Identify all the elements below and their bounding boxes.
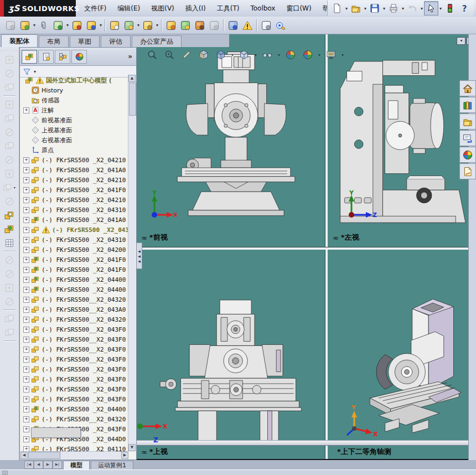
performance-traffic-light-icon[interactable] bbox=[443, 1, 457, 16]
tree-vertical-scrollbar[interactable]: ▲ ▼ bbox=[128, 75, 136, 451]
expand-toggle-icon[interactable]: + bbox=[23, 327, 29, 333]
tree-component-item[interactable]: +(-) FKrSRS500__X2_043F0 bbox=[22, 354, 128, 364]
insert-above-icon[interactable] bbox=[2, 267, 17, 281]
expand-toggle-icon[interactable]: + bbox=[23, 157, 29, 163]
menu-item-6[interactable]: 窗口(W) bbox=[281, 2, 317, 16]
manager-more-chevron[interactable]: » bbox=[128, 53, 134, 60]
expand-toggle-icon[interactable]: + bbox=[23, 107, 29, 113]
surface-leaf-2-icon[interactable] bbox=[2, 326, 17, 339]
tree-component-item[interactable]: +(-) FKrSRS500 _X2_04210 bbox=[22, 195, 128, 205]
interference-detection-icon[interactable] bbox=[207, 18, 221, 33]
tree-component-item[interactable]: +(-) FKrSRS500 _X2_04200 bbox=[22, 245, 128, 255]
view-orientation-icon[interactable] bbox=[213, 48, 229, 62]
change-transparency-icon[interactable] bbox=[2, 66, 17, 80]
expand-toggle-icon[interactable]: + bbox=[23, 277, 29, 283]
expand-toggle-icon[interactable]: + bbox=[23, 416, 29, 422]
new-motion-study-icon[interactable] bbox=[164, 18, 178, 33]
scrollbar-thumb[interactable] bbox=[129, 82, 136, 116]
pattern-grid-icon[interactable] bbox=[2, 236, 17, 250]
dropdown-caret-icon[interactable]: ▾ bbox=[99, 23, 103, 28]
menu-item-0[interactable]: 文件(F) bbox=[79, 2, 112, 16]
material-sphere-icon[interactable] bbox=[2, 295, 17, 308]
insert-below-icon[interactable] bbox=[2, 253, 17, 267]
scroll-right-icon[interactable]: ▶ bbox=[121, 452, 128, 459]
search-icon[interactable] bbox=[459, 130, 476, 146]
dropdown-caret-icon[interactable]: ▾ bbox=[363, 6, 368, 11]
zoom-to-area-icon[interactable] bbox=[162, 48, 177, 62]
part-block-white-icon[interactable] bbox=[2, 208, 17, 222]
expand-toggle-icon[interactable]: + bbox=[23, 177, 29, 183]
expand-toggle-icon[interactable]: + bbox=[23, 347, 29, 353]
component-tray-icon[interactable] bbox=[2, 281, 17, 295]
tree-component-item[interactable]: +(-) FKrSRS500 _X2_043F0 bbox=[22, 364, 128, 374]
sheet-nav-button-1[interactable]: ◀ bbox=[34, 461, 43, 469]
sheet-nav-button-0[interactable]: |◀ bbox=[24, 461, 34, 469]
assembly-features-icon[interactable] bbox=[122, 18, 136, 33]
apply-scene-icon[interactable] bbox=[300, 48, 315, 62]
tree-component-item[interactable]: +(-) FKrSRS500__X2_043F0 bbox=[22, 344, 128, 354]
expand-toggle-icon[interactable]: + bbox=[23, 287, 29, 293]
expand-toggle-icon[interactable]: + bbox=[23, 237, 29, 243]
dropdown-caret-icon[interactable]: ▾ bbox=[420, 6, 424, 11]
propertymanager-tab-icon[interactable] bbox=[38, 50, 54, 64]
dropdown-caret-icon[interactable]: ▾ bbox=[155, 23, 159, 28]
expand-toggle-icon[interactable]: + bbox=[23, 217, 29, 223]
tree-component-item[interactable]: +(-) FKrSRS500 _X2_04400 bbox=[22, 404, 128, 414]
previous-view-icon[interactable] bbox=[179, 48, 194, 62]
tree-component-item[interactable]: +(-) FKrSRS500 _X2_041A0 bbox=[22, 165, 128, 175]
expand-toggle-icon[interactable]: + bbox=[23, 257, 29, 263]
menu-item-3[interactable]: 插入(I) bbox=[180, 2, 211, 16]
tree-item[interactable]: History bbox=[22, 85, 128, 95]
tree-component-item[interactable]: +(-) FKrSRS500 _X2_043F0 bbox=[22, 374, 128, 384]
tree-component-item[interactable]: +(-) FKrSRS500 _X2_043F0 bbox=[22, 384, 128, 394]
scroll-down-icon[interactable]: ▼ bbox=[128, 444, 136, 451]
tree-item[interactable]: 原点 bbox=[22, 145, 128, 155]
plane-tool-icon[interactable] bbox=[2, 167, 17, 180]
display-style-icon[interactable] bbox=[236, 48, 252, 62]
tree-component-item[interactable]: +(-) FKrSRS500 _X2_041F0 bbox=[22, 185, 128, 195]
expand-toggle-icon[interactable]: + bbox=[23, 436, 29, 442]
isolate-component-icon[interactable] bbox=[2, 80, 17, 94]
dropdown-caret-icon[interactable]: ▾ bbox=[382, 6, 386, 11]
tree-component-item[interactable]: +(-) FKrSRS500 _X2_041A0 bbox=[22, 215, 128, 225]
insert-components-icon[interactable] bbox=[18, 18, 32, 33]
tree-component-item[interactable]: +(-) FKrSRS500 _X2_04210 bbox=[22, 155, 128, 165]
smart-fasteners-icon[interactable] bbox=[70, 18, 84, 33]
tree-component-item[interactable]: +(-) FKrSRS500__X2_04320 bbox=[22, 295, 128, 304]
tree-item[interactable]: 右视基准面 bbox=[22, 135, 128, 145]
sheet-nav-button-3[interactable]: ▶| bbox=[53, 461, 62, 469]
expand-toggle-icon[interactable]: + bbox=[23, 366, 29, 373]
tree-item[interactable]: 前视基准面 bbox=[22, 115, 128, 125]
expand-toggle-icon[interactable]: + bbox=[23, 426, 29, 432]
view-palette-icon[interactable] bbox=[459, 147, 476, 163]
file-explorer-icon[interactable] bbox=[459, 113, 476, 130]
expand-toggle-icon[interactable]: + bbox=[23, 207, 29, 213]
panel-collapse-handle[interactable]: ◀◀◀ bbox=[136, 242, 142, 269]
surface-leaf-icon[interactable] bbox=[2, 312, 17, 326]
displaymanager-tab-icon[interactable] bbox=[71, 50, 87, 64]
configurationmanager-tab-icon[interactable] bbox=[55, 50, 70, 64]
section-view-icon[interactable] bbox=[196, 48, 211, 62]
dropdown-caret-icon[interactable]: ▾ bbox=[344, 6, 349, 11]
tree-component-item[interactable]: +(-) FKrSRS500 _X2_041F0 bbox=[22, 255, 128, 265]
tab-办公室产品[interactable]: 办公室产品 bbox=[132, 35, 182, 47]
menu-item-2[interactable]: 视图(V) bbox=[146, 2, 180, 16]
dropdown-caret-icon[interactable]: ▾ bbox=[340, 53, 345, 58]
exploded-view-icon[interactable] bbox=[178, 18, 193, 33]
expand-toggle-icon[interactable]: + bbox=[23, 446, 29, 452]
toolbar-drag-handle[interactable]: ........ bbox=[0, 48, 19, 51]
magnet-mate-icon[interactable] bbox=[2, 125, 17, 139]
select-cursor-icon[interactable] bbox=[424, 1, 438, 16]
mate-icon[interactable] bbox=[37, 18, 51, 33]
hide-show-items-icon[interactable] bbox=[260, 48, 275, 62]
flexible-icon[interactable] bbox=[2, 139, 17, 153]
taskpane-collapse-button[interactable]: ◂ bbox=[457, 37, 465, 45]
dropdown-caret-icon[interactable]: ▾ bbox=[438, 6, 443, 11]
tree-horizontal-scrollbar[interactable]: ◀ ▶ bbox=[20, 451, 128, 459]
help-icon[interactable]: ? bbox=[457, 1, 472, 16]
sheet-nav-button-2[interactable]: ▶ bbox=[43, 461, 53, 469]
open-icon[interactable] bbox=[349, 1, 363, 16]
tree-item[interactable]: +A注解 bbox=[22, 105, 128, 115]
dropdown-caret-icon[interactable]: ▾ bbox=[13, 185, 17, 189]
dropdown-caret-icon[interactable]: ▾ bbox=[136, 23, 141, 28]
